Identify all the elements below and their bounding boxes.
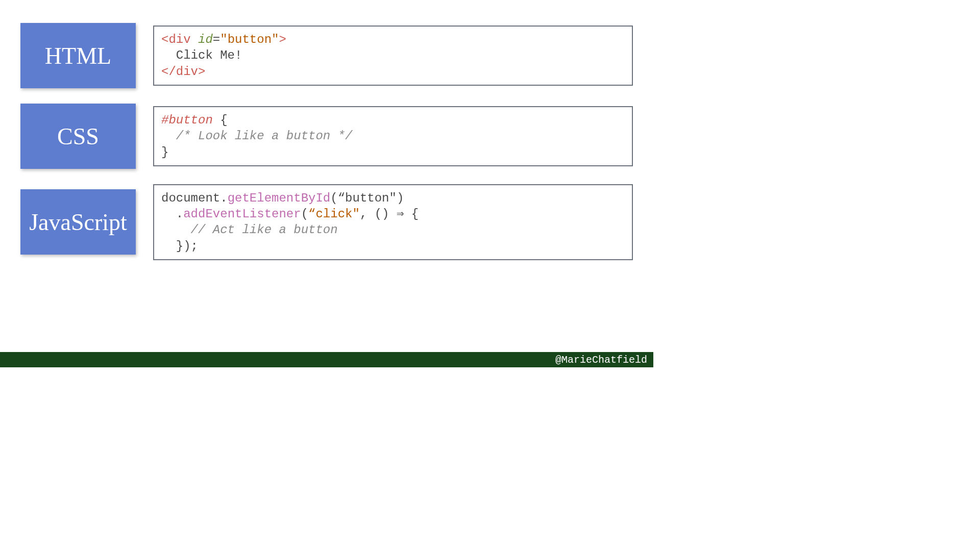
js-code-box: document.getElementById(“button") .addEv… [153,184,633,260]
html-code-box: <div id="button"> Click Me! </div> [153,26,633,86]
js-object: document [161,191,220,205]
html-row: HTML <div id="button"> Click Me! </div> [20,23,633,88]
arg: “click" [308,207,360,221]
equals: = [213,33,220,46]
arrow-params: () [375,207,389,221]
slide-content: HTML <div id="button"> Click Me! </div> … [0,0,653,260]
css-row: CSS #button { /* Look like a button */ } [20,104,633,169]
attr-name: id [198,33,213,46]
js-method: getElementById [228,191,331,205]
js-label: JavaScript [29,209,127,236]
css-selector: #button [161,113,213,127]
close-tag: div [176,65,198,79]
footer-handle: @MarieChatfield [555,354,647,366]
brace: { [411,207,419,221]
bracket: > [279,33,286,46]
html-label-box: HTML [20,23,136,88]
js-close: }); [161,239,198,253]
js-method: addEventListener [183,207,301,221]
html-label: HTML [45,42,111,69]
tag-name: div [168,33,190,46]
bracket: < [161,33,168,46]
dot: . [220,191,227,205]
js-comment: // Act like a button [161,223,338,237]
html-content: Click Me! [161,48,242,62]
bracket: > [198,65,205,79]
indent [161,207,176,221]
comma: , [360,207,375,221]
paren: ( [301,207,308,221]
css-code-box: #button { /* Look like a button */ } [153,106,633,166]
call: (“button") [330,191,404,205]
arrow: ⇒ [389,207,411,221]
js-row: JavaScript document.getElementById(“butt… [20,184,633,260]
dot: . [176,207,183,221]
close-bracket: </ [161,65,176,79]
css-comment: /* Look like a button */ [161,129,352,143]
brace-close: } [161,145,168,159]
css-label-box: CSS [20,104,136,169]
footer-bar: @MarieChatfield [0,352,653,367]
js-label-box: JavaScript [20,189,136,255]
attr-value: "button" [220,33,279,46]
brace-open: { [213,113,228,127]
css-label: CSS [57,123,99,150]
